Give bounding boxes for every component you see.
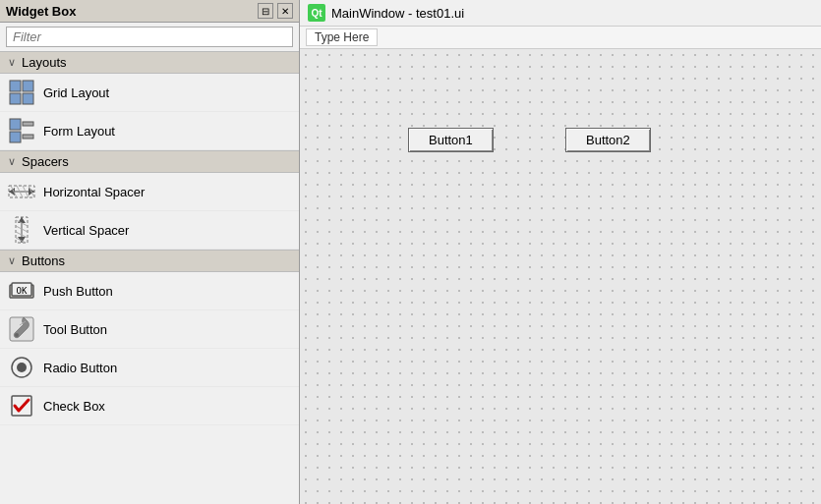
svg-rect-2: [10, 93, 21, 104]
radiobutton-icon: [8, 354, 35, 381]
canvas-button2[interactable]: Button2: [565, 128, 651, 152]
svg-rect-4: [10, 119, 21, 130]
svg-rect-0: [10, 81, 21, 91]
main-titlebar: Qt MainWindow - test01.ui: [300, 0, 821, 27]
svg-rect-5: [10, 132, 21, 142]
svg-rect-3: [23, 93, 33, 104]
svg-rect-7: [23, 135, 33, 139]
push-button-label: Push Button: [43, 284, 113, 299]
svg-rect-1: [23, 81, 33, 91]
widget-list: ∨ Layouts Grid Layout: [0, 51, 299, 504]
widget-box-header: Widget Box ⊟ ✕: [0, 0, 299, 23]
list-item[interactable]: OK OK Push Button: [0, 272, 299, 310]
checkbox-icon: [8, 392, 35, 420]
menu-type-here[interactable]: Type Here: [306, 28, 378, 46]
pushbutton-icon: OK OK: [8, 277, 35, 305]
buttons-chevron: ∨: [8, 254, 16, 267]
spacers-chevron: ∨: [8, 155, 16, 168]
toolbutton-icon: [8, 315, 35, 343]
layouts-section-header[interactable]: ∨ Layouts: [0, 51, 299, 74]
list-item[interactable]: Form Layout: [0, 112, 299, 150]
svg-point-31: [15, 333, 19, 337]
grid-layout-label: Grid Layout: [43, 85, 109, 100]
canvas-area[interactable]: Button1 Button2: [300, 49, 821, 504]
restore-button[interactable]: ⊟: [258, 3, 273, 19]
widget-box-title: Widget Box: [6, 4, 76, 19]
layouts-section-label: Layouts: [22, 55, 67, 70]
tool-button-label: Tool Button: [43, 322, 107, 337]
horizontal-spacer-label: Horizontal Spacer: [43, 185, 145, 199]
list-item[interactable]: Tool Button: [0, 310, 299, 349]
svg-rect-6: [23, 122, 33, 126]
list-item[interactable]: Grid Layout: [0, 74, 299, 112]
menu-bar: Type Here: [300, 27, 821, 49]
spacers-section-header[interactable]: ∨ Spacers: [0, 150, 299, 173]
spacers-section-label: Spacers: [22, 154, 69, 169]
hspacer-icon: [8, 178, 35, 205]
filter-input[interactable]: [6, 27, 293, 47]
list-item[interactable]: Horizontal Spacer: [0, 173, 299, 211]
list-item[interactable]: Check Box: [0, 387, 299, 425]
main-window-title: MainWindow - test01.ui: [331, 6, 464, 21]
check-box-label: Check Box: [43, 399, 105, 414]
widget-box-panel: Widget Box ⊟ ✕ ∨ Layouts Grid Layout: [0, 0, 300, 504]
form-icon: [8, 117, 35, 144]
svg-text:OK: OK: [17, 286, 28, 296]
main-area: Qt MainWindow - test01.ui Type Here Butt…: [300, 0, 821, 504]
radio-button-label: Radio Button: [43, 361, 117, 375]
list-item[interactable]: Radio Button: [0, 349, 299, 387]
canvas-button1[interactable]: Button1: [408, 128, 494, 152]
buttons-section-header[interactable]: ∨ Buttons: [0, 250, 299, 272]
widget-box-controls: ⊟ ✕: [258, 3, 293, 19]
form-layout-label: Form Layout: [43, 124, 115, 139]
buttons-section-label: Buttons: [22, 253, 65, 268]
grid-icon: [8, 79, 35, 106]
close-button[interactable]: ✕: [277, 3, 293, 19]
vspacer-icon: [8, 216, 35, 244]
vertical-spacer-label: Vertical Spacer: [43, 223, 129, 238]
layouts-chevron: ∨: [8, 56, 16, 69]
svg-point-34: [17, 363, 27, 372]
qt-logo: Qt: [308, 4, 325, 22]
list-item[interactable]: Vertical Spacer: [0, 211, 299, 250]
